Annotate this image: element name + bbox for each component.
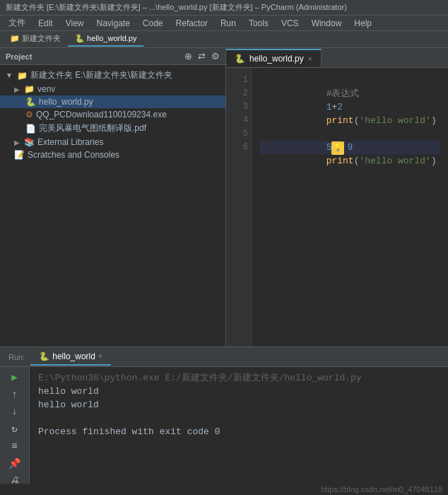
scratches-label: Scratches and Consoles — [28, 150, 119, 160]
pdf-icon: 📄 — [25, 124, 36, 134]
run-output-blank — [38, 412, 440, 425]
settings-icon[interactable]: ⚙ — [211, 51, 220, 62]
run-rerun-button[interactable]: ↻ — [6, 423, 23, 435]
tree-qq-download[interactable]: ⚙ QQ_PCDownload1100109234.exe — [0, 108, 225, 121]
menu-edit[interactable]: Edit — [33, 17, 59, 30]
tab-label: hello_world.py — [249, 54, 304, 64]
code-comment-1: #表达式 — [326, 88, 360, 99]
line-num-4: 4 — [229, 114, 248, 127]
menu-refactor[interactable]: Refactor — [170, 17, 213, 30]
run-tab-py-icon: 🐍 — [39, 351, 49, 361]
project-panel: Project ⊕ ⇄ ⚙ ▼ 📁 新建文件夹 E:\新建文件夹\新建文件夹 ▶ — [0, 48, 226, 346]
watermark-text: https://blog.csdn.net/m0_47048118 — [321, 485, 442, 494]
run-tab-bar: Run: 🐍 hello_world × — [0, 347, 448, 367]
add-icon[interactable]: ⊕ — [184, 51, 192, 62]
pdf-label: 完美风暴电气图纸翻译版.pdf — [39, 122, 146, 134]
root-label: 新建文件夹 E:\新建文件夹\新建文件夹 — [30, 69, 172, 81]
run-sidebar: ▶ ↑ ↓ ↻ ≡ 📌 🖨 🗑 — [0, 367, 30, 484]
line-num-6: 6 — [229, 141, 248, 154]
code-content[interactable]: 1 2 3 4 5 6 #表达式 1+2 print('hello world'… — [226, 68, 448, 346]
editor-area: Project ⊕ ⇄ ⚙ ▼ 📁 新建文件夹 E:\新建文件夹\新建文件夹 ▶ — [0, 48, 448, 346]
venv-folder-icon: 📁 — [24, 84, 35, 94]
editor-tab-hello-world[interactable]: 🐍 hello_world.py × — [226, 49, 322, 67]
bulb-icon: 💡 — [331, 141, 344, 155]
tab-close-button[interactable]: × — [308, 55, 312, 63]
line-num-3: 3 — [229, 100, 248, 114]
run-cmd-line: E:\Python36\python.exe E:/新建文件夹/新建文件夹/he… — [38, 371, 440, 385]
folder-icon: 📁 — [17, 71, 28, 81]
extlibs-arrow: ▶ — [14, 139, 20, 146]
menu-view[interactable]: View — [60, 17, 90, 30]
run-output-2: hello world — [38, 398, 440, 412]
line-num-5: 5 — [229, 127, 248, 141]
lib-icon: 📚 — [24, 137, 35, 147]
tree-hello-world[interactable]: 🐍 hello_world.py — [0, 95, 225, 108]
nav-tab-folder[interactable]: 📁 新建文件夹 — [3, 31, 68, 47]
editor-tabs: 🐍 hello_world.py × — [226, 48, 448, 68]
menu-bar: 文件 Edit View Navigate Code Refactor Run … — [0, 16, 448, 31]
code-func-2: print — [326, 156, 354, 166]
menu-help[interactable]: Help — [348, 17, 377, 30]
code-editor: 🐍 hello_world.py × 1 2 3 4 5 6 #表达式 — [226, 48, 448, 346]
tree-root[interactable]: ▼ 📁 新建文件夹 E:\新建文件夹\新建文件夹 — [0, 68, 225, 83]
line-num-2: 2 — [229, 87, 248, 100]
exe-icon: ⚙ — [25, 110, 33, 120]
code-bulb-num2: 9 — [347, 142, 353, 153]
venv-label: venv — [37, 84, 55, 94]
tree-scratches[interactable]: 📝 Scratches and Consoles — [0, 148, 225, 161]
watermark: https://blog.csdn.net/m0_47048118 — [0, 484, 448, 495]
code-paren-4: ) — [431, 156, 437, 166]
line-numbers: 1 2 3 4 5 6 — [226, 68, 252, 346]
code-func-1: print — [326, 115, 354, 126]
run-label: Run: — [3, 350, 30, 364]
run-stop-button[interactable]: ≡ — [6, 441, 23, 452]
menu-window[interactable]: Window — [306, 17, 348, 30]
run-play-button[interactable]: ▶ — [6, 371, 23, 383]
code-str-1: 'hello world' — [359, 115, 430, 126]
sync-icon[interactable]: ⇄ — [198, 51, 206, 62]
menu-vcs[interactable]: VCS — [276, 17, 305, 30]
tree-pdf[interactable]: 📄 完美风暴电气图纸翻译版.pdf — [0, 121, 225, 136]
tree-venv[interactable]: ▶ 📁 venv — [0, 83, 225, 95]
menu-file[interactable]: 文件 — [3, 16, 31, 30]
extlibs-label: External Libraries — [37, 137, 103, 147]
main-layout: Project ⊕ ⇄ ⚙ ▼ 📁 新建文件夹 E:\新建文件夹\新建文件夹 ▶ — [0, 48, 448, 495]
root-arrow: ▼ — [6, 71, 13, 79]
code-line-1: #表达式 — [260, 74, 440, 87]
run-output: E:\Python36\python.exe E:/新建文件夹/新建文件夹/he… — [30, 367, 448, 484]
run-output-exit: Process finished with exit code 0 — [38, 425, 440, 438]
code-lines[interactable]: #表达式 1+2 print('hello world') 5💡9 print(… — [252, 68, 448, 346]
title-text: 新建文件夹 [E:\新建文件夹\新建文件夹] – ...\hello_world… — [6, 2, 347, 13]
title-bar: 新建文件夹 [E:\新建文件夹\新建文件夹] – ...\hello_world… — [0, 0, 448, 16]
py-icon: 🐍 — [25, 97, 36, 107]
bottom-panel: Run: 🐍 hello_world × ▶ ↑ ↓ ↻ ≡ 📌 🖨 🗑 E:\… — [0, 346, 448, 495]
project-tree: ▼ 📁 新建文件夹 E:\新建文件夹\新建文件夹 ▶ 📁 venv 🐍 hell… — [0, 65, 225, 346]
nav-tab-file[interactable]: 🐍 hello_world.py — [68, 32, 143, 47]
run-tab-close[interactable]: × — [98, 352, 102, 360]
code-bulb-num: 5 — [326, 142, 332, 153]
tree-external-libs[interactable]: ▶ 📚 External Libraries — [0, 136, 225, 148]
menu-navigate[interactable]: Navigate — [90, 17, 135, 30]
run-down-button[interactable]: ↓ — [6, 406, 23, 417]
run-content: ▶ ↑ ↓ ↻ ≡ 📌 🖨 🗑 E:\Python36\python.exe E… — [0, 367, 448, 484]
code-str-2: 'hello world' — [359, 156, 430, 166]
run-pin-button[interactable]: 📌 — [6, 458, 23, 470]
hello-world-label: hello_world.py — [39, 97, 93, 107]
menu-run[interactable]: Run — [215, 17, 242, 30]
qq-label: QQ_PCDownload1100109234.exe — [36, 110, 167, 120]
run-print-button[interactable]: 🖨 — [6, 475, 23, 484]
tab-py-icon: 🐍 — [235, 54, 245, 64]
menu-code[interactable]: Code — [137, 17, 169, 30]
run-up-button[interactable]: ↑ — [6, 389, 23, 400]
panel-title: Project — [6, 52, 32, 61]
scratches-icon: 📝 — [14, 150, 25, 160]
line-num-1: 1 — [229, 74, 248, 87]
code-paren-2: ) — [431, 115, 437, 126]
menu-tools[interactable]: Tools — [243, 17, 274, 30]
run-output-1: hello world — [38, 385, 440, 398]
panel-title-text: Project — [6, 52, 32, 61]
venv-arrow: ▶ — [14, 86, 20, 93]
nav-tab-bar: 📁 新建文件夹 🐍 hello_world.py — [0, 31, 448, 48]
run-tab-hello-world[interactable]: 🐍 hello_world × — [30, 349, 111, 366]
project-panel-header: Project ⊕ ⇄ ⚙ — [0, 48, 225, 65]
